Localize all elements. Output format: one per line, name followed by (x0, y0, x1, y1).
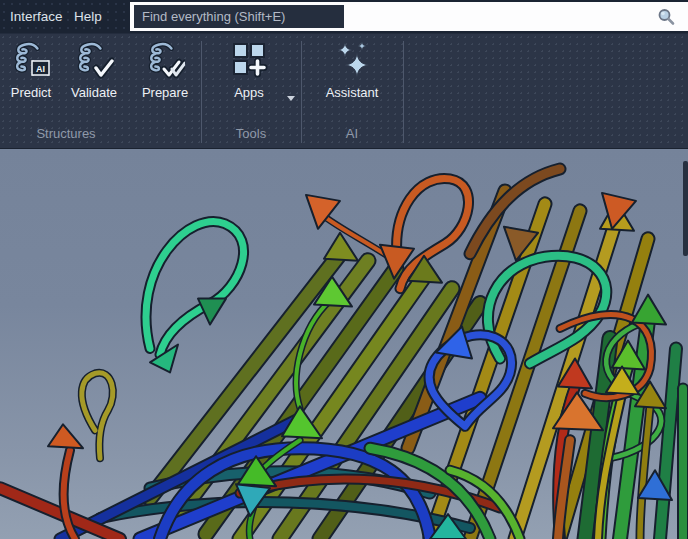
apps-button[interactable]: Apps (217, 40, 281, 100)
predict-label: Predict (11, 85, 51, 100)
apps-label: Apps (234, 85, 264, 100)
group-separator (403, 41, 404, 143)
sparkles-icon (332, 40, 372, 80)
search-icon[interactable] (656, 7, 676, 27)
validate-label: Validate (71, 85, 117, 100)
prepare-button[interactable]: Prepare (134, 40, 196, 100)
assistant-label: Assistant (326, 85, 379, 100)
viewport-scrollbar-thumb[interactable] (683, 161, 688, 256)
protein-ribbon-cartoon (0, 149, 688, 539)
menu-interface[interactable]: Interface (4, 0, 69, 33)
group-label-ai: AI (316, 126, 388, 141)
validate-button[interactable]: Validate (64, 40, 124, 100)
search-input[interactable] (134, 5, 344, 28)
structure-viewport[interactable] (0, 148, 688, 539)
assistant-button[interactable]: Assistant (316, 40, 388, 100)
prepare-label: Prepare (142, 85, 188, 100)
ribbon-toolbar: AI Predict Validate Prepare (0, 33, 688, 148)
application-window: Interface Help (0, 0, 688, 539)
helix-check-icon (74, 40, 114, 80)
group-separator (201, 41, 202, 143)
group-separator (301, 41, 302, 143)
group-label-tools: Tools (211, 126, 291, 141)
apps-dropdown-caret-icon[interactable] (287, 96, 295, 101)
menu-help[interactable]: Help (68, 0, 108, 33)
app-grid-plus-icon (229, 40, 269, 80)
helix-ai-chip-icon: AI (11, 40, 51, 80)
find-everything-bar[interactable] (130, 2, 688, 31)
predict-button[interactable]: AI Predict (2, 40, 60, 100)
helix-double-check-icon (145, 40, 185, 80)
svg-text:AI: AI (36, 64, 45, 74)
group-label-structures: Structures (26, 126, 106, 141)
ai-chip: AI (32, 60, 49, 76)
